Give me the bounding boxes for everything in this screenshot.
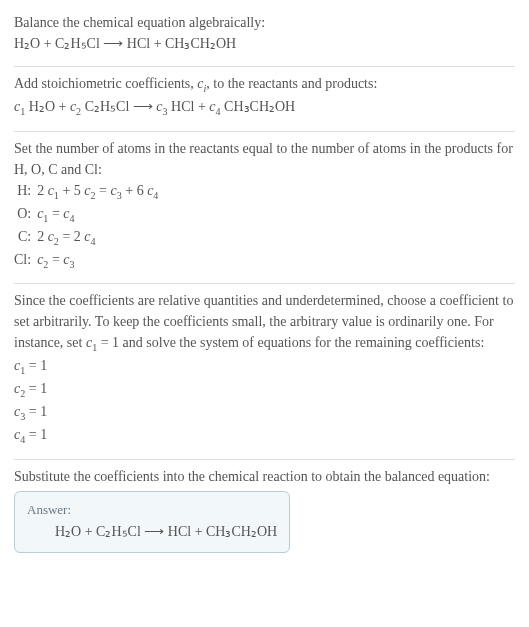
- section-atoms: Set the number of atoms in the reactants…: [14, 136, 515, 280]
- problem-equation: H₂O + C₂H₅Cl ⟶ HCl + CH₃CH₂OH: [14, 33, 515, 54]
- answer-box: Answer: H₂O + C₂H₅Cl ⟶ HCl + CH₃CH₂OH: [14, 491, 290, 554]
- answer-label: Answer:: [27, 500, 277, 520]
- table-row: H: 2 c1 + 5 c2 = c3 + 6 c4: [14, 180, 162, 203]
- row-label: C:: [14, 226, 37, 249]
- table-row: Cl: c2 = c3: [14, 249, 162, 272]
- solve-row: c1 = 1: [14, 355, 515, 378]
- text-part: = 1 and solve the system of equations fo…: [97, 335, 484, 350]
- op: = 2: [59, 229, 84, 244]
- solve-row: c3 = 1: [14, 401, 515, 424]
- solve-row: c2 = 1: [14, 378, 515, 401]
- op: + 6: [122, 183, 147, 198]
- divider: [14, 66, 515, 67]
- val: = 1: [25, 358, 47, 373]
- val: = 1: [25, 404, 47, 419]
- divider: [14, 131, 515, 132]
- table-row: C: 2 c2 = 2 c4: [14, 226, 162, 249]
- term: H₂O +: [25, 99, 70, 114]
- coeffs-equation: c1 H₂O + c2 C₂H₅Cl ⟶ c3 HCl + c4 CH₃CH₂O…: [14, 96, 515, 119]
- table-row: O: c1 = c4: [14, 203, 162, 226]
- sub: 4: [91, 235, 96, 246]
- num: 2: [37, 229, 48, 244]
- section-solve: Since the coefficients are relative quan…: [14, 288, 515, 455]
- section-substitute: Substitute the coefficients into the che…: [14, 464, 515, 562]
- op: =: [48, 206, 63, 221]
- divider: [14, 283, 515, 284]
- section-coeffs: Add stoichiometric coefficients, ci, to …: [14, 71, 515, 127]
- row-label: H:: [14, 180, 37, 203]
- answer-equation: H₂O + C₂H₅Cl ⟶ HCl + CH₃CH₂OH: [27, 519, 277, 542]
- section-problem: Balance the chemical equation algebraica…: [14, 10, 515, 62]
- op: =: [48, 252, 63, 267]
- solve-row: c4 = 1: [14, 424, 515, 447]
- text-part: Add stoichiometric coefficients,: [14, 76, 197, 91]
- term: C₂H₅Cl ⟶: [81, 99, 156, 114]
- row-eq: 2 c2 = 2 c4: [37, 226, 162, 249]
- atoms-table: H: 2 c1 + 5 c2 = c3 + 6 c4 O: c1 = c4 C:…: [14, 180, 162, 272]
- num: 2: [37, 183, 48, 198]
- atoms-text: Set the number of atoms in the reactants…: [14, 138, 515, 180]
- val: = 1: [25, 427, 47, 442]
- sub: 4: [153, 190, 158, 201]
- solve-text: Since the coefficients are relative quan…: [14, 290, 515, 355]
- term: CH₃CH₂OH: [221, 99, 296, 114]
- row-label: O:: [14, 203, 37, 226]
- substitute-text: Substitute the coefficients into the che…: [14, 466, 515, 487]
- row-eq: c2 = c3: [37, 249, 162, 272]
- val: = 1: [25, 381, 47, 396]
- coeffs-text: Add stoichiometric coefficients, ci, to …: [14, 73, 515, 96]
- sub: 3: [70, 258, 75, 269]
- row-eq: c1 = c4: [37, 203, 162, 226]
- op: =: [96, 183, 111, 198]
- row-label: Cl:: [14, 249, 37, 272]
- text-part: , to the reactants and products:: [206, 76, 377, 91]
- problem-statement: Balance the chemical equation algebraica…: [14, 12, 515, 33]
- row-eq: 2 c1 + 5 c2 = c3 + 6 c4: [37, 180, 162, 203]
- term: HCl +: [168, 99, 210, 114]
- divider: [14, 459, 515, 460]
- op: + 5: [59, 183, 84, 198]
- sub: 4: [70, 213, 75, 224]
